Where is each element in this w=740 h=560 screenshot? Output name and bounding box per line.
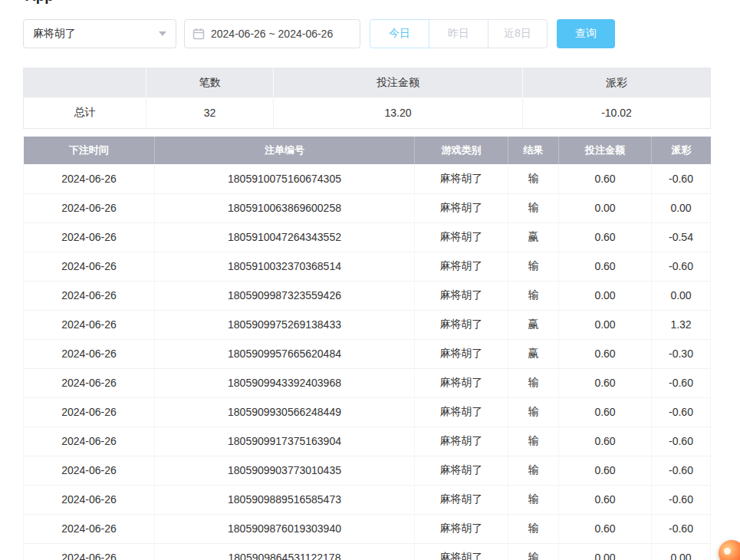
filter-bar: 麻将胡了 2024-06-26 ~ 2024-06-26 今日 昨日 近8日 查… <box>23 19 615 48</box>
game-type-cell: 麻将胡了 <box>415 339 508 368</box>
bet-time-cell: 2024-06-26 <box>24 164 155 193</box>
summary-header-row: 笔数 投注金额 派彩 <box>24 68 711 97</box>
summary-total-row: 总计 32 13.20 -10.02 <box>24 97 711 129</box>
bet-time-cell: 2024-06-26 <box>24 252 155 281</box>
table-row: 2024-06-261805909987323559426麻将胡了输0.000.… <box>24 281 711 310</box>
summary-header-bet-amount: 投注金额 <box>274 68 523 97</box>
customer-service-icon[interactable] <box>719 540 740 560</box>
game-type-cell: 麻将胡了 <box>415 368 508 397</box>
query-button[interactable]: 查询 <box>557 19 615 48</box>
bet-id-cell: 1805910047264343552 <box>155 222 415 252</box>
bet-id-cell: 1805909917375163904 <box>155 427 415 456</box>
bet-time-cell: 2024-06-26 <box>24 193 155 222</box>
calendar-icon <box>192 28 205 40</box>
payout-cell: -0.60 <box>652 164 711 193</box>
payout-cell: -0.60 <box>652 397 711 427</box>
result-cell: 输 <box>508 164 559 193</box>
bet-amount-cell: 0.00 <box>559 310 652 339</box>
result-cell: 赢 <box>508 310 559 339</box>
bet-amount-cell: 0.60 <box>559 368 652 397</box>
table-row: 2024-06-261805909930566248449麻将胡了输0.60-0… <box>24 397 711 427</box>
bet-time-cell: 2024-06-26 <box>24 427 155 456</box>
bet-time-cell: 2024-06-26 <box>24 339 155 368</box>
result-cell: 输 <box>508 514 559 543</box>
bet-amount-cell: 0.60 <box>559 485 652 514</box>
chevron-down-icon <box>159 31 166 36</box>
game-type-cell: 麻将胡了 <box>415 456 508 485</box>
table-row: 2024-06-261805909903773010435麻将胡了输0.60-0… <box>24 456 711 485</box>
payout-cell: -0.54 <box>652 222 711 252</box>
payout-cell: 0.00 <box>652 281 711 310</box>
header-bet-id: 注单编号 <box>155 137 415 164</box>
bet-amount-cell: 0.60 <box>559 397 652 427</box>
result-cell: 输 <box>508 368 559 397</box>
table-row: 2024-06-261805909876019303940麻将胡了输0.60-0… <box>24 514 711 543</box>
table-row: 2024-06-261805909943392403968麻将胡了输0.60-0… <box>24 368 711 397</box>
bet-id-cell: 1805910032370368514 <box>155 252 415 281</box>
table-row: 2024-06-261805910032370368514麻将胡了输0.60-0… <box>24 252 711 281</box>
table-row: 2024-06-261805909864531122178麻将胡了输0.000.… <box>24 543 711 560</box>
bet-id-cell: 1805910063869600258 <box>155 193 415 222</box>
payout-cell: -0.60 <box>652 514 711 543</box>
game-select-value: 麻将胡了 <box>33 27 76 41</box>
yesterday-button[interactable]: 昨日 <box>429 19 488 48</box>
payout-cell: -0.60 <box>652 427 711 456</box>
bet-time-cell: 2024-06-26 <box>24 310 155 339</box>
bet-amount-cell: 0.00 <box>559 543 652 560</box>
bet-id-cell: 1805909943392403968 <box>155 368 415 397</box>
bet-id-cell: 1805909930566248449 <box>155 397 415 427</box>
today-button[interactable]: 今日 <box>370 19 429 48</box>
game-type-cell: 麻将胡了 <box>415 485 508 514</box>
bet-id-cell: 1805909876019303940 <box>155 514 415 543</box>
bet-time-cell: 2024-06-26 <box>24 456 155 485</box>
table-row: 2024-06-261805909975269138433麻将胡了赢0.001.… <box>24 310 711 339</box>
bet-amount-cell: 0.60 <box>559 252 652 281</box>
bet-time-cell: 2024-06-26 <box>24 397 155 427</box>
game-type-cell: 麻将胡了 <box>415 164 508 193</box>
bet-id-cell: 1805910075160674305 <box>155 164 415 193</box>
bet-table-header-row: 下注时间 注单编号 游戏类别 结果 投注金额 派彩 <box>24 137 711 164</box>
bet-amount-cell: 0.00 <box>559 193 652 222</box>
bet-amount-cell: 0.60 <box>559 427 652 456</box>
summary-header-payout: 派彩 <box>523 68 711 97</box>
bet-id-cell: 1805909903773010435 <box>155 456 415 485</box>
game-type-cell: 麻将胡了 <box>415 222 508 252</box>
game-type-cell: 麻将胡了 <box>415 310 508 339</box>
bet-amount-cell: 0.00 <box>559 281 652 310</box>
payout-cell: 1.32 <box>652 310 711 339</box>
result-cell: 输 <box>508 252 559 281</box>
table-row: 2024-06-261805910063869600258麻将胡了输0.000.… <box>24 193 711 222</box>
game-type-cell: 麻将胡了 <box>415 543 508 560</box>
last-8-days-button[interactable]: 近8日 <box>488 19 548 48</box>
bet-time-cell: 2024-06-26 <box>24 543 155 560</box>
payout-cell: -0.60 <box>652 368 711 397</box>
bet-amount-cell: 0.60 <box>559 164 652 193</box>
betting-records-page: App 麻将胡了 2024-06-26 ~ 2024-06-26 今日 昨日 近… <box>0 0 740 560</box>
summary-count-value: 32 <box>146 97 274 129</box>
table-row: 2024-06-261805909917375163904麻将胡了输0.60-0… <box>24 427 711 456</box>
payout-cell: -0.60 <box>652 456 711 485</box>
bet-time-cell: 2024-06-26 <box>24 281 155 310</box>
bet-id-cell: 1805909957665620484 <box>155 339 415 368</box>
bet-records-table: 下注时间 注单编号 游戏类别 结果 投注金额 派彩 2024-06-261805… <box>23 137 711 560</box>
payout-cell: 0.00 <box>652 193 711 222</box>
payout-cell: -0.60 <box>652 485 711 514</box>
bet-time-cell: 2024-06-26 <box>24 222 155 252</box>
game-type-cell: 麻将胡了 <box>415 427 508 456</box>
bet-id-cell: 1805909889516585473 <box>155 485 415 514</box>
summary-total-label: 总计 <box>24 97 146 129</box>
header-game-type: 游戏类别 <box>415 137 508 164</box>
payout-cell: 0.00 <box>652 543 711 560</box>
date-range-picker[interactable]: 2024-06-26 ~ 2024-06-26 <box>184 19 360 48</box>
result-cell: 赢 <box>508 339 559 368</box>
result-cell: 输 <box>508 543 559 560</box>
payout-cell: -0.60 <box>652 252 711 281</box>
game-select[interactable]: 麻将胡了 <box>23 19 176 48</box>
game-type-cell: 麻将胡了 <box>415 193 508 222</box>
summary-payout-value: -10.02 <box>523 97 711 129</box>
table-row: 2024-06-261805909957665620484麻将胡了赢0.60-0… <box>24 339 711 368</box>
table-row: 2024-06-261805910047264343552麻将胡了赢0.60-0… <box>24 222 711 252</box>
bet-amount-cell: 0.60 <box>559 339 652 368</box>
summary-header-count: 笔数 <box>146 68 274 97</box>
date-range-value: 2024-06-26 ~ 2024-06-26 <box>211 28 333 40</box>
